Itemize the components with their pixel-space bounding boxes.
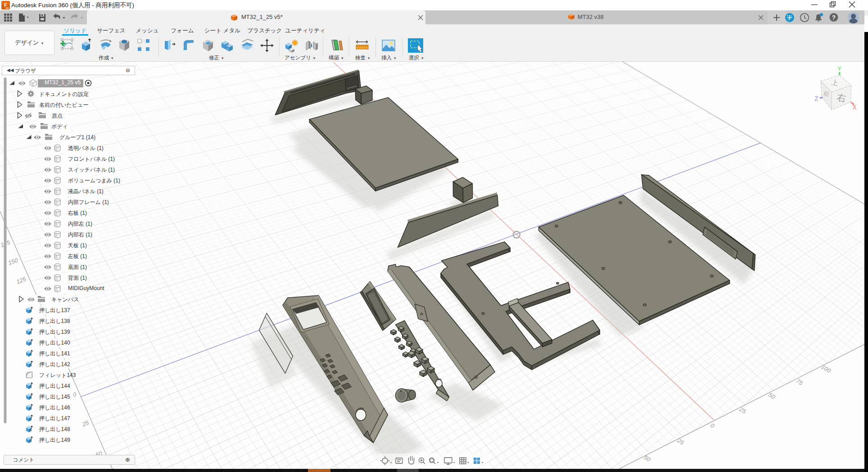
svg-text:125: 125 — [15, 275, 27, 285]
svg-text:上: 上 — [831, 78, 839, 87]
svg-text:0: 0 — [72, 390, 78, 398]
svg-text:50: 50 — [642, 454, 652, 463]
svg-text:前: 前 — [823, 90, 830, 98]
svg-text:0: 0 — [709, 422, 716, 430]
svg-text:Y: Y — [837, 65, 841, 72]
svg-text:Z: Z — [814, 95, 818, 102]
svg-text:X: X — [852, 104, 857, 111]
svg-text:?: ? — [832, 14, 836, 21]
svg-text:25: 25 — [81, 419, 90, 428]
svg-text:360: 360 — [5, 7, 9, 9]
svg-text:右: 右 — [836, 92, 847, 103]
svg-text:25: 25 — [676, 437, 686, 446]
svg-text:150: 150 — [7, 257, 19, 267]
svg-text:25: 25 — [738, 405, 748, 415]
svg-text:175: 175 — [0, 239, 11, 249]
